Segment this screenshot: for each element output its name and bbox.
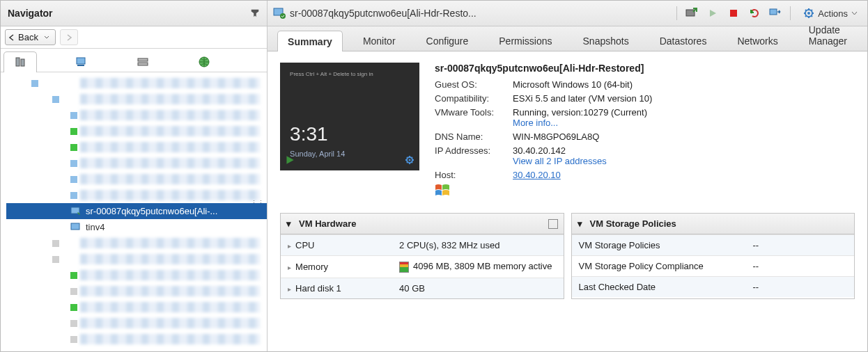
svg-rect-2 — [77, 58, 85, 64]
play-icon[interactable] — [284, 154, 295, 168]
label-guest-os: Guest OS: — [435, 79, 513, 90]
label-ip: IP Addresses: — [435, 145, 513, 156]
svg-point-15 — [807, 12, 810, 15]
svg-rect-4 — [138, 58, 148, 61]
refresh-icon[interactable] — [748, 7, 761, 19]
panel-title: VM Storage Policies — [590, 218, 676, 229]
tab-networks[interactable]: Networks — [727, 30, 788, 51]
svg-rect-8 — [71, 223, 79, 230]
label-host: Host: — [435, 170, 513, 180]
network-icon — [198, 56, 210, 68]
link-more-info[interactable]: More info... — [513, 118, 558, 128]
scope-tab-vms[interactable] — [65, 51, 98, 72]
navigator-scope-tabs — [1, 49, 267, 72]
value-ip: 30.40.20.142 View all 2 IP addresses — [513, 145, 855, 166]
panel-header[interactable]: ▾ VM Storage Policies — [572, 214, 854, 234]
navigator-panel: Navigator Back — [1, 1, 268, 351]
expand-icon[interactable]: ▸ — [288, 242, 291, 250]
navigator-title: Navigator — [8, 8, 250, 19]
value-guest-os: Microsoft Windows 10 (64-bit) — [513, 79, 855, 90]
hosts-icon — [14, 56, 26, 69]
main-pane: sr-00087qkqy5putcnwo6eu[Ali-Hdr-Resto...… — [268, 1, 867, 351]
console-thumbnail[interactable]: Press Ctrl + Alt + Delete to sign in 3:3… — [280, 63, 419, 170]
popout-icon[interactable] — [548, 219, 558, 229]
vm-info: sr-00087qkqy5putcnwo6eu[Ali-Hdr-Restored… — [435, 63, 855, 200]
expand-icon[interactable]: ▸ — [288, 264, 291, 271]
back-label: Back — [18, 32, 38, 42]
svg-rect-3 — [77, 65, 84, 66]
table-row: ▸Hard disk 1 40 GB — [281, 278, 563, 298]
tree-item-label: tinv4 — [86, 222, 104, 232]
launch-console-icon[interactable] — [685, 7, 698, 19]
value-dns: WIN-M8GPO69LA8Q — [513, 131, 855, 142]
tab-monitor[interactable]: Monitor — [352, 30, 406, 51]
gear-icon — [803, 8, 814, 19]
svg-rect-12 — [730, 10, 737, 17]
svg-rect-13 — [770, 9, 777, 15]
tree-item-vm[interactable]: tinv4 — [6, 219, 267, 235]
table-row: ▸Memory 4096 MB, 3809 MB memory active — [281, 256, 563, 278]
breadcrumb-text: sr-00087qkqy5putcnwo6eu[Ali-Hdr-Resto... — [290, 8, 476, 19]
tree-item-label: sr-00087qkqy5putcnwo6eu[Ali-... — [86, 206, 246, 216]
scope-tab-storage[interactable] — [126, 51, 160, 72]
console-clock: 3:31 — [290, 123, 328, 145]
console-hint: Press Ctrl + Alt + Delete to sign in — [290, 71, 373, 77]
windows-logo-icon — [435, 183, 450, 198]
link-host[interactable]: 30.40.20.10 — [513, 170, 561, 180]
panel-storage-policies: ▾ VM Storage Policies VM Storage Policie… — [571, 213, 855, 299]
power-off-icon[interactable] — [727, 7, 740, 19]
value-tools: Running, version:10279 (Current) More in… — [513, 107, 855, 128]
svg-rect-11 — [686, 10, 695, 16]
inventory-tree[interactable]: ⋮⋮ sr-00087qkqy5putcnwo6eu[Ali-... tinv4 — [1, 72, 267, 351]
table-row: ▸CPU 2 CPU(s), 832 MHz used — [281, 235, 563, 256]
vm-icon — [70, 222, 82, 233]
tab-snapshots[interactable]: Snapshots — [573, 30, 640, 51]
tab-datastores[interactable]: Datastores — [649, 30, 718, 51]
navigator-header: Navigator — [1, 1, 267, 26]
object-toolbar: sr-00087qkqy5putcnwo6eu[Ali-Hdr-Resto...… — [268, 1, 867, 26]
svg-rect-5 — [138, 63, 148, 65]
svg-rect-0 — [16, 58, 20, 66]
label-tools: VMware Tools: — [435, 107, 513, 118]
toolbar-actions: Actions — [676, 6, 862, 20]
tab-permissions[interactable]: Permissions — [488, 30, 562, 51]
panel-vm-hardware: ▾ VM Hardware ▸CPU 2 CPU(s), 832 MHz use… — [280, 213, 564, 299]
console-date: Sunday, April 14 — [290, 150, 345, 158]
memory-bar-icon — [399, 262, 409, 273]
storage-icon — [137, 56, 149, 68]
gear-icon[interactable] — [404, 154, 415, 168]
forward-button[interactable] — [60, 29, 78, 45]
tab-summary[interactable]: Summary — [277, 31, 343, 51]
navigator-nav-buttons: Back — [1, 26, 267, 49]
label-compat: Compatibility: — [435, 93, 513, 104]
table-row: VM Storage Policy Compliance-- — [572, 256, 854, 277]
back-button[interactable]: Back — [5, 29, 56, 45]
table-row: Last Checked Date-- — [572, 277, 854, 298]
panel-header[interactable]: ▾ VM Hardware — [281, 214, 563, 234]
scope-tab-network[interactable] — [187, 51, 221, 72]
svg-rect-1 — [21, 59, 24, 66]
link-view-ips[interactable]: View all 2 IP addresses — [513, 156, 607, 166]
migrate-icon[interactable] — [769, 7, 782, 19]
actions-label: Actions — [818, 8, 848, 19]
label-dns: DNS Name: — [435, 131, 513, 142]
breadcrumb: sr-00087qkqy5putcnwo6eu[Ali-Hdr-Resto... — [273, 7, 669, 19]
actions-menu[interactable]: Actions — [799, 6, 862, 20]
vm-icon — [70, 206, 82, 217]
scope-tab-hosts[interactable] — [3, 51, 37, 72]
vm-title: sr-00087qkqy5putcnwo6eu[Ali-Hdr-Restored… — [435, 63, 855, 74]
collapse-icon[interactable]: ▾ — [286, 218, 293, 229]
power-on-icon[interactable] — [706, 7, 719, 19]
summary-body: Press Ctrl + Alt + Delete to sign in 3:3… — [268, 51, 867, 351]
collapse-icon[interactable]: ▾ — [578, 218, 584, 229]
svg-point-10 — [280, 13, 286, 19]
expand-icon[interactable]: ▸ — [288, 285, 291, 293]
tab-configure[interactable]: Configure — [416, 30, 479, 51]
vm-icon — [273, 7, 286, 19]
tab-update-manager[interactable]: Update Manager — [798, 19, 858, 51]
object-tabs: Summary Monitor Configure Permissions Sn… — [268, 26, 867, 51]
panel-title: VM Hardware — [299, 218, 356, 229]
tree-item-selected-vm[interactable]: sr-00087qkqy5putcnwo6eu[Ali-... — [6, 203, 267, 219]
pin-icon[interactable] — [250, 8, 260, 18]
svg-point-17 — [409, 159, 411, 161]
